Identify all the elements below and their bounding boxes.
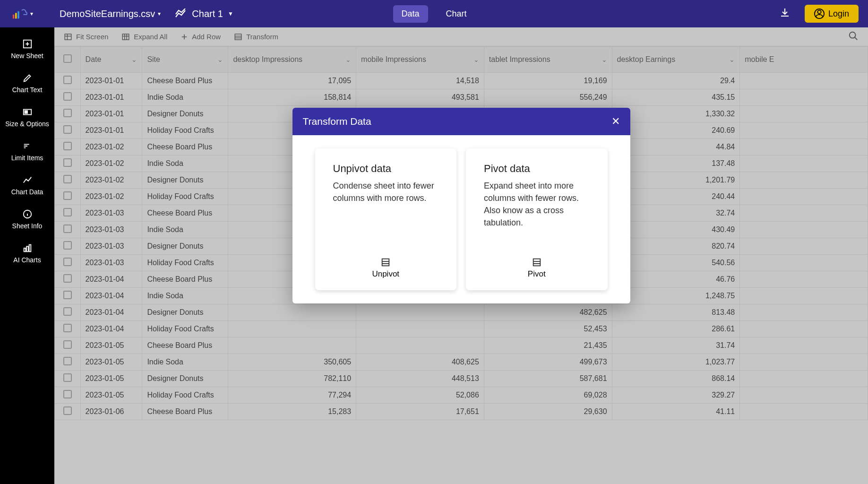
sidebar-item-size-options[interactable]: Size & Options [0,100,54,134]
user-icon [814,9,825,19]
card-action-label: Unpivot [372,269,399,279]
top-header: ▾ DemoSiteEarnings.csv ▾ Chart 1 ▼ Data … [0,0,868,27]
sidebar-item-label: Sheet Info [12,222,43,230]
transform-modal: Transform Data ✕ Unpivot data Condense s… [292,108,630,303]
chevron-down-icon: ▾ [30,10,33,17]
table-icon [380,257,391,268]
login-label: Login [828,9,849,19]
close-icon[interactable]: ✕ [611,115,620,128]
card-desc: Expand sheet into more columns with fewe… [484,180,590,229]
sidebar-item-label: AI Charts [13,256,41,264]
sidebar-item-label: Size & Options [5,120,49,128]
chart-line-icon [22,175,33,185]
login-button[interactable]: Login [805,5,859,23]
sidebar-item-chart-data[interactable]: Chart Data [0,168,54,202]
view-tabs: Data Chart [393,5,475,23]
chart-icon [175,9,187,19]
file-name-label: DemoSiteEarnings.csv [60,9,155,19]
svg-rect-1 [15,13,17,18]
svg-rect-16 [382,259,389,266]
modal-overlay[interactable]: Transform Data ✕ Unpivot data Condense s… [54,27,868,484]
sidebar-item-label: Chart Data [11,188,43,196]
pivot-action[interactable]: Pivot [484,257,590,279]
card-title: Unpivot data [333,163,439,175]
sidebar-item-new-sheet[interactable]: New Sheet [0,32,54,66]
bar-chart-icon [22,243,33,253]
app-logo[interactable]: ▾ [9,6,33,22]
sidebar-item-label: New Sheet [11,52,43,60]
sidebar-item-label: Limit Items [11,154,43,162]
chart-dropdown[interactable]: Chart 1 ▼ [175,9,233,19]
download-icon[interactable] [779,7,791,20]
card-desc: Condense sheet into fewer columns with m… [333,180,439,229]
sidebar-item-label: Chart Text [12,86,43,94]
aspect-icon [22,107,33,117]
file-name-dropdown[interactable]: DemoSiteEarnings.csv ▾ [60,9,161,19]
tab-data[interactable]: Data [393,5,428,23]
left-sidebar: New Sheet Chart Text Size & Options Limi… [0,27,54,484]
card-title: Pivot data [484,163,590,175]
modal-header: Transform Data ✕ [292,108,630,135]
table-icon [532,257,542,268]
modal-body: Unpivot data Condense sheet into fewer c… [292,135,630,303]
svg-rect-0 [13,15,14,19]
plus-box-icon [22,39,33,49]
unpivot-action[interactable]: Unpivot [333,257,439,279]
svg-rect-9 [24,248,26,251]
caret-down-icon: ▼ [228,10,233,17]
info-icon [22,209,33,219]
svg-rect-17 [533,259,540,266]
sidebar-item-limit-items[interactable]: Limit Items [0,134,54,168]
tab-chart[interactable]: Chart [438,5,475,23]
unpivot-card[interactable]: Unpivot data Condense sheet into fewer c… [315,148,457,290]
modal-title: Transform Data [303,116,371,127]
svg-rect-11 [29,245,31,252]
sort-icon [22,141,33,151]
pencil-icon [22,73,33,83]
svg-point-3 [817,10,821,14]
card-action-label: Pivot [528,269,546,279]
svg-rect-10 [26,246,28,251]
chevron-down-icon: ▾ [158,10,161,17]
sidebar-item-ai-charts[interactable]: AI Charts [0,236,54,270]
chart-dropdown-label: Chart 1 [192,9,223,19]
sidebar-item-sheet-info[interactable]: Sheet Info [0,202,54,236]
svg-rect-7 [25,111,27,113]
sidebar-item-chart-text[interactable]: Chart Text [0,66,54,100]
pivot-card[interactable]: Pivot data Expand sheet into more column… [466,148,608,290]
svg-rect-2 [17,11,19,19]
